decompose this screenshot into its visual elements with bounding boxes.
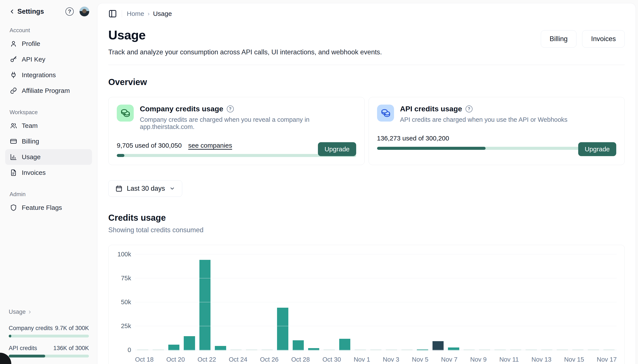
- usage-text: 9,705 used of 300,050: [117, 142, 182, 149]
- x-tick-label: Oct 22: [198, 356, 216, 363]
- key-icon: [10, 56, 17, 63]
- x-tick-label: Oct 20: [166, 356, 185, 363]
- back-label: Settings: [18, 8, 44, 16]
- sidebar-item-affiliate-program[interactable]: Affiliate Program: [5, 83, 92, 98]
- breadcrumb-separator: ›: [148, 10, 150, 17]
- api-credits-meter: [9, 355, 89, 358]
- overview-heading: Overview: [108, 77, 625, 87]
- x-tick-label: Oct 24: [229, 356, 247, 363]
- gridline: [135, 326, 617, 326]
- chevron-left-icon: [9, 8, 15, 15]
- panel-left-icon: [108, 9, 117, 18]
- file-text-icon: [10, 169, 17, 176]
- sidebar-item-integrations[interactable]: Integrations: [5, 67, 92, 83]
- calendar-icon: [116, 185, 122, 192]
- credits-usage-subheading: Showing total credits consumed: [108, 226, 625, 234]
- y-tick-label: 75k: [121, 275, 131, 282]
- x-tick-label: [154, 356, 166, 363]
- user-icon: [10, 40, 17, 47]
- y-tick-label: 100k: [118, 251, 131, 258]
- x-tick-label: Nov 15: [564, 356, 584, 363]
- x-tick-label: [341, 356, 354, 363]
- company-credits-label: Company credits: [9, 325, 53, 332]
- api-credits-value: 136K of 300K: [53, 345, 89, 352]
- credits-usage-chart-card: 025k50k75k100k Oct 18Oct 20Oct 22Oct 24O…: [108, 245, 625, 364]
- card-title: Company credits usage: [140, 104, 223, 113]
- sidebar-toggle-button[interactable]: [108, 9, 117, 18]
- help-icon[interactable]: ?: [227, 106, 234, 112]
- upgrade-button[interactable]: Upgrade: [578, 142, 616, 156]
- sidebar-item-profile[interactable]: Profile: [5, 36, 92, 52]
- divider: [122, 10, 122, 18]
- sidebar-item-team[interactable]: Team: [5, 118, 92, 134]
- x-tick-label: [428, 356, 441, 363]
- users-icon: [10, 122, 17, 129]
- sidebar-item-label: Feature Flags: [22, 204, 62, 211]
- y-tick-label: 25k: [121, 322, 131, 330]
- page-subtitle: Track and analyze your consumption acros…: [108, 48, 382, 56]
- bar-chart-icon: [10, 154, 17, 160]
- card-description: API credits are charged when you use the…: [400, 116, 568, 123]
- avatar[interactable]: [79, 6, 89, 16]
- date-range-select[interactable]: Last 30 days: [108, 180, 182, 197]
- x-tick-label: Oct 26: [260, 356, 278, 363]
- x-tick-label: [278, 356, 291, 363]
- x-tick-label: [487, 356, 499, 363]
- usage-summary-title: Usage: [9, 308, 26, 315]
- sidebar-item-billing[interactable]: Billing: [5, 134, 92, 149]
- chevron-down-icon: [170, 186, 175, 191]
- date-range-value: Last 30 days: [127, 184, 165, 192]
- x-tick-label: [370, 356, 383, 363]
- breadcrumb-current: Usage: [153, 10, 172, 18]
- x-tick-label: [552, 356, 564, 363]
- sidebar-item-invoices[interactable]: Invoices: [5, 165, 92, 180]
- sidebar-item-label: Profile: [22, 40, 40, 48]
- api-coins-icon: [377, 104, 394, 122]
- gridline: [135, 278, 617, 278]
- usage-summary-link[interactable]: Usage: [9, 308, 89, 315]
- breadcrumb-home[interactable]: Home: [127, 10, 144, 18]
- x-tick-label: [310, 356, 322, 363]
- gridline: [135, 254, 617, 254]
- sidebar-item-usage[interactable]: Usage: [5, 149, 92, 165]
- x-tick-label: [519, 356, 532, 363]
- credit-card-icon: [10, 138, 17, 145]
- api-credits-card: API credits usage ? API credits are char…: [368, 97, 625, 165]
- back-to-settings[interactable]: Settings: [9, 8, 44, 16]
- sidebar-item-label: Billing: [22, 138, 39, 145]
- shield-icon: [10, 204, 17, 211]
- help-icon[interactable]: ?: [66, 8, 74, 16]
- sidebar-item-label: Usage: [22, 153, 41, 161]
- x-tick-label: [399, 356, 412, 363]
- invoices-button[interactable]: Invoices: [582, 30, 625, 48]
- billing-button[interactable]: Billing: [541, 30, 577, 48]
- sidebar-item-api-key[interactable]: API Key: [5, 52, 92, 67]
- x-tick-label: Nov 3: [383, 356, 399, 363]
- api-credits-label: API credits: [9, 345, 37, 352]
- company-credits-meter: [9, 335, 89, 338]
- sidebar-item-label: Affiliate Program: [22, 87, 70, 94]
- x-tick-label: Oct 18: [135, 356, 154, 363]
- company-coins-icon: [117, 104, 134, 122]
- gridline: [135, 350, 617, 350]
- chart-x-axis: Oct 18Oct 20Oct 22Oct 24Oct 26Oct 28Oct …: [135, 356, 617, 363]
- x-tick-label: Oct 30: [322, 356, 341, 363]
- sidebar-item-label: Invoices: [22, 169, 46, 176]
- breadcrumb: Home › Usage: [127, 10, 172, 18]
- help-icon[interactable]: ?: [466, 106, 472, 112]
- divider: [108, 65, 625, 65]
- x-tick-label: Nov 13: [532, 356, 552, 363]
- see-companies-link[interactable]: see companies: [188, 142, 232, 149]
- chart-plot-area: [135, 254, 617, 350]
- sidebar-item-feature-flags[interactable]: Feature Flags: [5, 200, 92, 216]
- y-tick-label: 0: [128, 346, 131, 354]
- link-icon: [10, 87, 17, 94]
- chart-y-axis: 025k50k75k100k: [116, 254, 135, 350]
- card-description: Company credits are charged when you rev…: [140, 116, 356, 130]
- chevron-right-icon: [28, 310, 32, 314]
- upgrade-button[interactable]: Upgrade: [318, 142, 356, 156]
- settings-sidebar: Settings ? Account Profile API Key Integ…: [0, 0, 97, 364]
- company-credits-card: Company credits usage ? Company credits …: [108, 97, 365, 165]
- main-panel: Home › Usage Usage Track and analyze you…: [97, 3, 636, 364]
- sidebar-item-label: API Key: [22, 56, 45, 63]
